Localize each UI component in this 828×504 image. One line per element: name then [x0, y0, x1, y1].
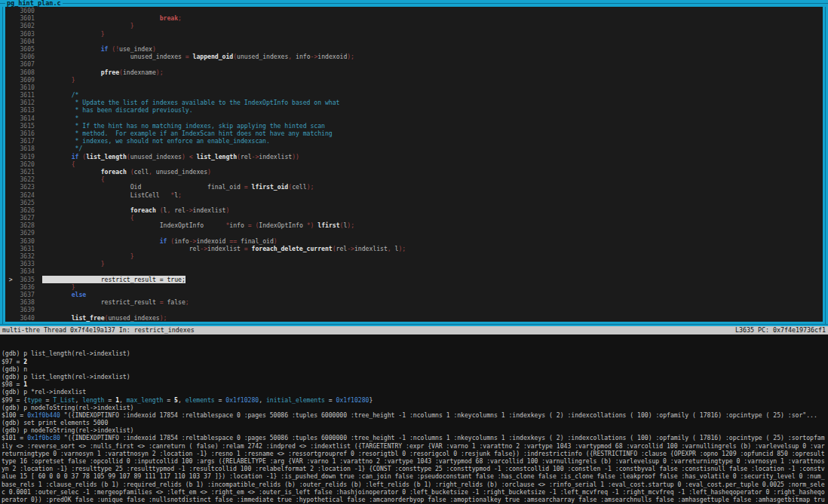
source-line: 3611 /* — [5, 91, 823, 99]
console-line: $98 = 1 — [2, 380, 828, 388]
line-number: 3627 — [20, 214, 35, 221]
line-number: 3612 — [20, 99, 35, 106]
source-window-border — [0, 324, 828, 325]
line-number: 3629 — [20, 229, 35, 237]
line-number: 3621 — [20, 168, 35, 176]
source-line: 3620 { — [5, 160, 823, 168]
source-line: 3632 } — [5, 252, 823, 260]
source-line: 3600 — [5, 7, 823, 14]
current-line-marker: > — [5, 276, 13, 283]
current-line-marker — [5, 291, 13, 298]
current-line-marker — [5, 53, 13, 60]
line-number: 3608 — [20, 69, 35, 76]
line-number: 3600 — [20, 7, 35, 14]
line-number: 3632 — [20, 252, 35, 260]
line-number: 3640 — [20, 314, 35, 322]
current-line-marker — [5, 106, 13, 114]
current-line-marker — [5, 160, 13, 168]
source-line: 3636 } — [5, 283, 823, 291]
current-line-marker — [5, 283, 13, 291]
line-number: 3607 — [20, 60, 35, 68]
source-line: 3634 — [5, 267, 823, 275]
current-line-marker — [5, 137, 13, 145]
source-line: 3609 } — [5, 76, 823, 84]
console-line: perator 0}) :predOK false :unique false … — [2, 496, 828, 503]
current-line-marker — [5, 130, 13, 137]
current-line-marker — [5, 298, 13, 306]
source-line: 3615 * If the hint has no matching index… — [5, 122, 823, 130]
console-line: (gdb) p list_length(rel->indexlist) — [2, 373, 828, 380]
current-line-marker — [5, 176, 13, 183]
source-line: 3631 rel->indexlist = foreach_delete_cur… — [5, 245, 823, 252]
source-line: 3637 else — [5, 291, 823, 298]
console-output: (gdb) p list_length(rel->indexlist)$97 =… — [2, 350, 828, 504]
current-line-marker — [5, 229, 13, 237]
line-number: 3609 — [20, 76, 35, 84]
source-line: 3630 if (info->indexoid == final_oid) — [5, 237, 823, 245]
console-line: $100 = 0x1f0b440 "({INDEXOPTINFO :indexo… — [2, 411, 828, 419]
current-line-marker — [5, 69, 13, 76]
gdb-console[interactable]: (gdb) p list_length(rel->indexlist)$97 =… — [0, 334, 828, 504]
source-line: 3605 if (!use_index) — [5, 45, 823, 53]
line-number: 3633 — [20, 260, 35, 267]
line-number: 3623 — [20, 183, 35, 191]
source-line: 3626 foreach (l, rel->indexlist) — [5, 206, 823, 214]
line-number: 3626 — [20, 206, 35, 214]
source-line: 3623 Oid final_oid = lfirst_oid(cell); — [5, 183, 823, 191]
source-window-titlebar: pg_hint_plan.c — [0, 0, 828, 7]
line-number: 3619 — [20, 153, 35, 160]
source-line: 3621 foreach (cell, unused_indexes) — [5, 168, 823, 176]
source-line: 3616 * method. For example if an IndexSc… — [5, 130, 823, 137]
current-line-marker — [5, 206, 13, 214]
source-line: 3607 — [5, 60, 823, 68]
line-number: 3604 — [20, 38, 35, 45]
console-line: c 0.0001 :outer_selec -1 :mergeopfamilie… — [2, 488, 828, 496]
status-line-pc: L3635 PC: 0x7f4e19736cf1 — [735, 326, 826, 334]
line-number: 3622 — [20, 176, 35, 183]
gdb-tui-terminal[interactable]: pg_hint_plan.c 3600 3601 break; 3602 } 3… — [0, 0, 828, 504]
current-line-marker — [5, 221, 13, 229]
current-line-marker — [5, 22, 13, 29]
current-line-marker — [5, 237, 13, 245]
current-line-marker — [5, 45, 13, 53]
source-line: 3619 if (list_length(unused_indexes) < l… — [5, 153, 823, 160]
current-line-marker — [5, 14, 13, 22]
line-number: 3610 — [20, 84, 35, 91]
line-number: 3637 — [20, 291, 35, 298]
console-line: $101 = 0x1f0bc80 "({INDEXOPTINFO :indexo… — [2, 434, 828, 441]
status-thread-info: multi-thre Thread 0x7f4e19a137 In: restr… — [2, 326, 195, 334]
line-number: 3639 — [20, 306, 35, 313]
console-line: type 16 :opretset false :opcollid 0 :inp… — [2, 457, 828, 465]
source-line: 3627 { — [5, 214, 823, 221]
line-number: 3636 — [20, 283, 35, 291]
source-line: 3639 — [5, 306, 823, 313]
source-line: 3625 — [5, 199, 823, 206]
current-line-marker — [5, 60, 13, 68]
current-line-marker — [5, 145, 13, 152]
console-line: (gdb) p nodeToString(rel->indexlist) — [2, 426, 828, 434]
line-number: 3618 — [20, 145, 35, 152]
console-line: returningtype 0 :varnosyn 1 :varattnosyn… — [2, 450, 828, 457]
source-line: 3622 { — [5, 176, 823, 183]
console-line: (gdb) p nodeToString(rel->indexlist) — [2, 404, 828, 411]
line-number: 3615 — [20, 122, 35, 130]
status-bar: multi-thre Thread 0x7f4e19a137 In: restr… — [0, 326, 828, 334]
source-line: 3602 } — [5, 22, 823, 29]
line-number: 3635 — [20, 276, 35, 283]
source-line: 3628 IndexOptInfo *info = (IndexOptInfo … — [5, 221, 823, 229]
source-window: pg_hint_plan.c 3600 3601 break; 3602 } 3… — [0, 0, 828, 326]
source-file-title: pg_hint_plan.c — [5, 0, 63, 7]
line-number: 3638 — [20, 298, 35, 306]
line-number: 3631 — [20, 245, 35, 252]
current-line-marker — [5, 91, 13, 99]
current-line-marker — [5, 306, 13, 313]
current-line-marker — [5, 99, 13, 106]
current-line-marker — [5, 115, 13, 122]
line-number: 3614 — [20, 115, 35, 122]
line-number: 3616 — [20, 130, 35, 137]
current-line-marker — [5, 191, 13, 199]
console-line: (gdb) p *rel->indexlist — [2, 388, 828, 396]
current-line-marker — [5, 267, 13, 275]
line-number: 3630 — [20, 237, 35, 245]
current-line-marker — [5, 183, 13, 191]
